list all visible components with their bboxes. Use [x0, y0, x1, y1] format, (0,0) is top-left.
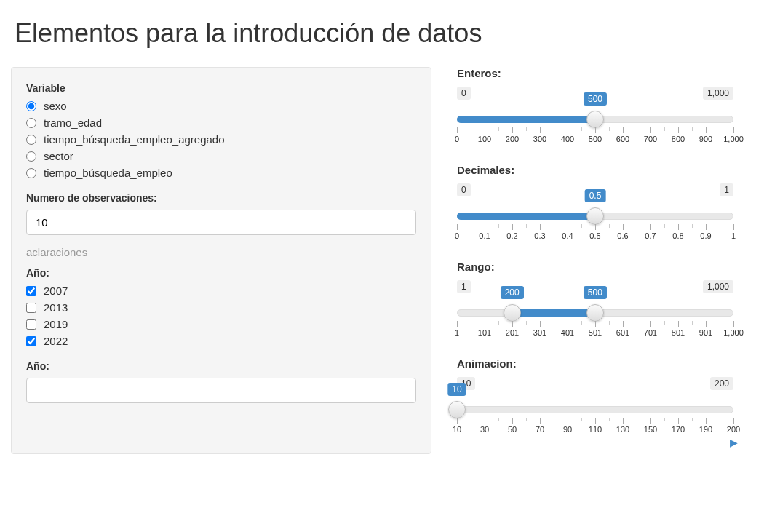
- anim-handle[interactable]: [448, 401, 466, 418]
- range-hi-handle[interactable]: [586, 304, 604, 322]
- integer-fill: [457, 116, 595, 123]
- radio-label: tramo_edad: [44, 116, 102, 129]
- integer-tooltip: 500: [584, 92, 607, 106]
- help-text: aclaraciones: [26, 246, 416, 258]
- check-label: 2007: [44, 285, 68, 297]
- decimal-min: 0: [457, 183, 471, 196]
- check-label: 2022: [44, 335, 68, 347]
- variable-label: Variable: [26, 82, 416, 94]
- anim-slider-label: Animacion:: [457, 357, 733, 370]
- range-lo-handle[interactable]: [504, 304, 521, 322]
- integer-handle[interactable]: [586, 111, 604, 128]
- radio-tiempo-busqueda[interactable]: [26, 168, 36, 178]
- check-2007[interactable]: [26, 286, 36, 296]
- check-2013[interactable]: [26, 303, 36, 313]
- play-icon[interactable]: ▶: [730, 437, 738, 448]
- sidebar-panel: Variable sexo tramo_edad tiempo_búsqueda…: [11, 67, 431, 454]
- anim-slider-block: Animacion: 10 200 10 1030507090110130150…: [457, 357, 733, 438]
- integer-ticks: 01002003004005006007008009001,000: [457, 127, 733, 148]
- integer-slider-block: Enteros: 0 1,000 500 0100200300400500600…: [457, 67, 733, 148]
- range-ticks: 11012013014015016017018019011,000: [457, 321, 733, 341]
- page-title: Elementos para la introducción de datos: [15, 18, 753, 49]
- integer-min: 0: [457, 87, 471, 100]
- year-select-label: Año:: [26, 360, 416, 372]
- check-label: 2013: [44, 301, 68, 314]
- decimal-ticks: 00.10.20.30.40.50.60.70.80.91: [457, 224, 733, 245]
- radio-tiempo-busqueda-agregado[interactable]: [26, 135, 36, 145]
- anim-track[interactable]: [457, 406, 733, 413]
- num-obs-label: Numero de observaciones:: [26, 192, 416, 204]
- range-slider-block: Rango: 1 1,000 200 500 11012013014015016…: [457, 261, 733, 341]
- anim-max: 200: [710, 377, 733, 390]
- range-fill: [512, 309, 595, 317]
- decimal-max: 1: [720, 183, 733, 196]
- decimal-handle[interactable]: [586, 207, 604, 225]
- radio-label: tiempo_búsqueda_empleo_agregado: [44, 133, 225, 146]
- check-2019[interactable]: [26, 319, 36, 330]
- year-select-input[interactable]: [26, 378, 416, 403]
- radio-sector[interactable]: [26, 151, 36, 162]
- range-lo-tooltip: 200: [501, 286, 524, 299]
- decimal-tooltip: 0.5: [585, 189, 606, 202]
- variable-radio-group: sexo tramo_edad tiempo_búsqueda_empleo_a…: [26, 100, 416, 179]
- check-label: 2019: [44, 318, 68, 330]
- radio-label: tiempo_búsqueda_empleo: [44, 167, 172, 179]
- range-slider-label: Rango:: [457, 261, 733, 273]
- radio-sexo[interactable]: [26, 101, 36, 111]
- check-2022[interactable]: [26, 336, 36, 346]
- anim-tooltip: 10: [447, 383, 466, 396]
- year-check-group: 2007 2013 2019 2022: [26, 285, 416, 347]
- range-min: 1: [457, 280, 471, 293]
- num-obs-input[interactable]: [26, 210, 416, 235]
- decimal-fill: [457, 213, 595, 220]
- anim-ticks: 1030507090110130150170190200: [457, 418, 733, 438]
- radio-tramo-edad[interactable]: [26, 118, 36, 128]
- integer-slider-label: Enteros:: [457, 67, 733, 79]
- radio-label: sector: [44, 150, 73, 162]
- radio-label: sexo: [44, 100, 67, 112]
- range-max: 1,000: [703, 280, 733, 293]
- year-check-label: Año:: [26, 267, 416, 279]
- decimal-slider-block: Decimales: 0 1 0.5 00.10.20.30.40.50.60.…: [457, 164, 733, 245]
- integer-max: 1,000: [703, 87, 733, 100]
- range-hi-tooltip: 500: [584, 286, 607, 299]
- decimal-slider-label: Decimales:: [457, 164, 733, 176]
